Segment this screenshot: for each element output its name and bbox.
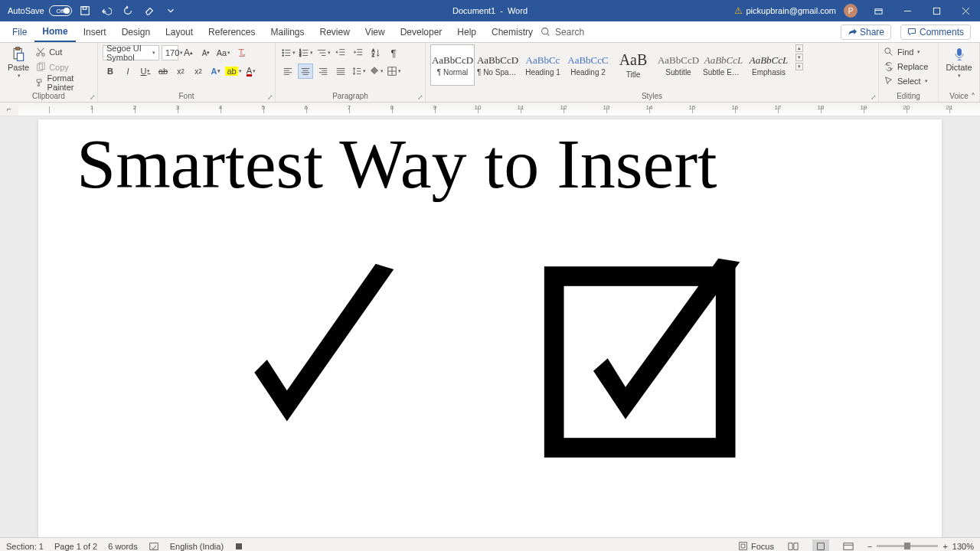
tab-insert[interactable]: Insert (76, 21, 114, 42)
page[interactable]: Smartest Way to Insert (38, 119, 942, 537)
autosave-toggle[interactable]: Off (49, 5, 72, 16)
select-button[interactable]: Select▾ (884, 74, 928, 88)
style-heading-1[interactable]: AaBbCcHeading 1 (521, 44, 565, 86)
minimize-button[interactable] (894, 0, 920, 21)
tab-review[interactable]: Review (312, 21, 357, 42)
boxed-checkmark-symbol[interactable] (540, 255, 754, 469)
align-center-button[interactable] (298, 64, 313, 79)
shading-button[interactable]: ▾ (368, 64, 384, 79)
zoom-level[interactable]: 130% (952, 542, 974, 551)
tab-help[interactable]: Help (449, 21, 484, 42)
italic-button[interactable]: I (120, 64, 136, 79)
tab-chemistry[interactable]: Chemistry (484, 21, 541, 42)
font-name-combo[interactable]: Segoe UI Symbol▾ (103, 45, 159, 60)
borders-button[interactable]: ▾ (386, 64, 401, 79)
styles-row-up[interactable]: ▴ (795, 44, 803, 52)
comments-button[interactable]: Comments (900, 24, 971, 40)
font-color-button[interactable]: A▾ (243, 64, 259, 79)
tab-home[interactable]: Home (34, 21, 75, 42)
bullets-button[interactable]: ▾ (280, 45, 296, 60)
clipboard-launcher[interactable]: ⤢ (90, 93, 96, 101)
document-area[interactable]: Smartest Way to Insert (0, 116, 980, 537)
clear-formatting-button[interactable] (234, 45, 249, 60)
text-effects-button[interactable]: A▾ (208, 64, 224, 79)
highlight-button[interactable]: ab▾ (226, 64, 241, 79)
print-layout-button[interactable] (812, 540, 829, 552)
macro-record-icon[interactable] (234, 542, 243, 551)
font-size-combo[interactable]: 170▾ (162, 45, 178, 60)
checkmark-symbol[interactable] (226, 255, 410, 454)
change-case-button[interactable]: Aa▾ (216, 45, 231, 60)
increase-indent-button[interactable] (351, 45, 366, 60)
tab-mailings[interactable]: Mailings (263, 21, 312, 42)
web-layout-button[interactable] (840, 540, 857, 552)
search-box[interactable]: Search (541, 21, 584, 42)
sort-button[interactable]: AZ (368, 45, 384, 60)
ribbon-display-icon[interactable] (865, 0, 891, 21)
style-heading-2[interactable]: AaBbCcCHeading 2 (566, 44, 610, 86)
tab-design[interactable]: Design (114, 21, 158, 42)
cut-button[interactable]: Cut (35, 45, 93, 59)
style-emphasis[interactable]: AaBbCcLEmphasis (746, 44, 791, 86)
zoom-in-button[interactable]: + (942, 542, 947, 551)
paragraph-launcher[interactable]: ⤢ (417, 93, 423, 101)
tab-selector[interactable]: ⌐ (0, 103, 18, 116)
style-title[interactable]: AaBTitle (611, 44, 655, 86)
align-right-button[interactable] (315, 64, 331, 79)
eraser-icon[interactable] (141, 2, 158, 19)
language-indicator[interactable]: English (India) (170, 542, 224, 551)
copy-button[interactable]: Copy (35, 60, 93, 74)
save-icon[interactable] (77, 2, 93, 19)
word-count[interactable]: 6 words (108, 542, 138, 551)
tab-view[interactable]: View (358, 21, 393, 42)
paste-button[interactable]: Paste ▾ (5, 45, 32, 80)
maximize-button[interactable] (923, 0, 949, 21)
style-subtle-em---[interactable]: AaBbCcLSubtle Em... (701, 44, 746, 86)
style-subtitle[interactable]: AaBbCcDSubtitle (656, 44, 701, 86)
format-painter-button[interactable]: Format Painter (35, 76, 93, 90)
decrease-indent-button[interactable] (333, 45, 348, 60)
redo-icon[interactable] (119, 2, 136, 19)
close-button[interactable] (952, 0, 978, 21)
grow-font-button[interactable]: A▴ (181, 45, 196, 60)
page-indicator[interactable]: Page 1 of 2 (54, 542, 97, 551)
line-spacing-button[interactable]: ▾ (351, 64, 366, 79)
shrink-font-button[interactable]: A▾ (198, 45, 214, 60)
focus-mode-button[interactable]: Focus (738, 541, 774, 551)
show-marks-button[interactable]: ¶ (386, 45, 401, 60)
style---no-spac---[interactable]: AaBbCcD¶ No Spac... (475, 44, 520, 86)
styles-expand[interactable]: ▾ (795, 63, 803, 70)
subscript-button[interactable]: x2 (173, 64, 188, 79)
document-title-text[interactable]: Smartest Way to Insert (77, 127, 903, 201)
strikethrough-button[interactable]: ab (155, 64, 171, 79)
underline-button[interactable]: U▾ (138, 64, 153, 79)
user-email[interactable]: pickupbrain@gmail.com (746, 6, 836, 15)
style---normal[interactable]: AaBbCcD¶ Normal (430, 44, 475, 86)
section-indicator[interactable]: Section: 1 (6, 542, 44, 551)
tab-layout[interactable]: Layout (158, 21, 201, 42)
font-launcher[interactable]: ⤢ (267, 93, 273, 101)
spellcheck-icon[interactable] (149, 541, 159, 552)
numbering-button[interactable]: 123▾ (298, 45, 313, 60)
superscript-button[interactable]: x2 (191, 64, 206, 79)
styles-row-down[interactable]: ▾ (795, 54, 803, 61)
tab-references[interactable]: References (201, 21, 263, 42)
align-left-button[interactable] (280, 64, 296, 79)
undo-icon[interactable] (98, 2, 115, 19)
zoom-out-button[interactable]: − (867, 542, 872, 551)
avatar[interactable]: P (844, 4, 858, 18)
justify-button[interactable] (333, 64, 348, 79)
multilevel-list-button[interactable]: ▾ (315, 45, 331, 60)
read-mode-button[interactable] (785, 540, 802, 552)
dictate-button[interactable]: Dictate▾ (942, 45, 975, 80)
styles-launcher[interactable]: ⤢ (871, 93, 877, 101)
tab-developer[interactable]: Developer (393, 21, 450, 42)
share-button[interactable]: Share (841, 24, 891, 40)
customize-qat-icon[interactable] (162, 2, 179, 19)
collapse-ribbon-icon[interactable]: ˄ (971, 92, 975, 103)
tab-file[interactable]: File (5, 21, 34, 42)
bold-button[interactable]: B (103, 64, 118, 79)
replace-button[interactable]: Replace (884, 60, 928, 73)
find-button[interactable]: Find▾ (884, 45, 928, 59)
zoom-slider[interactable] (877, 545, 938, 547)
